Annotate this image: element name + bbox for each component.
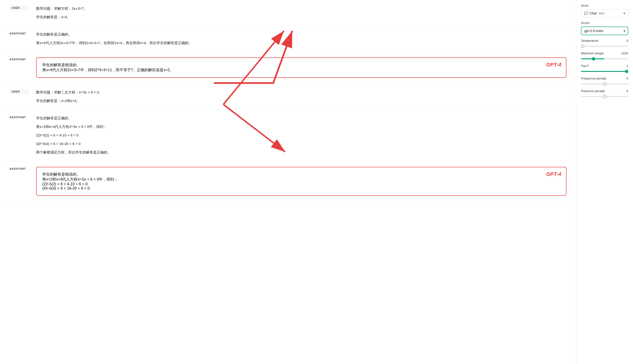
- beta-badge: Beta: [598, 12, 605, 15]
- sidebar: Mode 💬 Chat Beta ▾ Model gpt-3.5-turbo g…: [576, 0, 633, 364]
- max-length-row: Maximum length 1024: [581, 52, 628, 55]
- temperature-label: Temperature: [581, 39, 598, 42]
- message-line: 将x=4代入方程2x+3=7中，得到2×4+3=7，化简得2x=4，再化简得x=…: [36, 40, 566, 46]
- mode-select[interactable]: 💬 Chat Beta ▾: [581, 9, 628, 17]
- presence-penalty-label: Presence penalty: [581, 89, 605, 93]
- message-content: 数学问题：求解二次方程：x²-5x + 6 = 0。学生的解答是：x=2和x=4…: [36, 90, 566, 104]
- message-line: 将x=4代入方程2x+3=7中，得到2*4+3=11，而不等于7。正确的解应该是…: [42, 68, 560, 72]
- temperature-value: 0: [626, 39, 628, 42]
- gpt4-comparison-box: GPT-4学生的解答是错误的。将x=2和x=4代入方程x²-5x + 6 = 0…: [36, 167, 566, 196]
- freq-penalty-value: 0: [626, 77, 628, 80]
- model-select-wrapper: gpt-3.5-turbo gpt-4 gpt-4-32k: [581, 26, 628, 35]
- presence-penalty-row: Presence penalty 0: [581, 89, 628, 93]
- freq-penalty-control: Frequency penalty 0: [581, 77, 628, 86]
- message-block: ASSISTANT学生的解答是正确的。将x=4代入方程2x+3=7中，得到2×4…: [0, 26, 576, 52]
- message-content: 学生的解答是正确的。将x=2和x=4代入方程x²-5x + 6 = 0中，得到：…: [36, 115, 566, 155]
- chevron-down-icon: ▾: [623, 12, 625, 15]
- message-block: USER数学问题：求解二次方程：x²-5x + 6 = 0。学生的解答是：x=2…: [0, 84, 576, 110]
- message-line: 学生的解答是正确的。: [36, 32, 566, 37]
- presence-penalty-control: Presence penalty 0: [581, 89, 628, 98]
- mode-section: Mode 💬 Chat Beta ▾: [581, 4, 628, 17]
- message-line: 数学问题：求解二次方程：x²-5x + 6 = 0。: [36, 90, 566, 95]
- message-line: 将x=2和x=4代入方程x²-5x + 6 = 0中，得到：: [42, 177, 560, 182]
- role-label: ASSISTANT: [10, 32, 29, 35]
- top-p-label: Top P: [581, 64, 589, 68]
- gpt4-label: GPT-4: [546, 171, 561, 177]
- message-line: (4)²-5(4) + 6 = 16-20 + 6 = 0: [36, 141, 566, 147]
- top-p-row: Top P 1: [581, 64, 628, 68]
- temperature-slider[interactable]: [581, 46, 628, 47]
- max-length-control: Maximum length 1024: [581, 52, 628, 60]
- model-section: Model gpt-3.5-turbo gpt-4 gpt-4-32k: [581, 21, 628, 35]
- chat-icon: 💬: [584, 12, 588, 15]
- top-p-value: 1: [626, 64, 628, 68]
- message-line: 将x=2和x=4代入方程x²-5x + 6 = 0中，得到：: [36, 124, 566, 130]
- presence-penalty-value: 0: [626, 89, 628, 93]
- message-line: (2)²-5(2) + 6 = 4-10 + 6 = 0: [36, 132, 566, 138]
- gpt4-label: GPT-4: [546, 62, 561, 68]
- top-p-slider[interactable]: [581, 71, 628, 72]
- message-block: ASSISTANT学生的解答是正确的。将x=2和x=4代入方程x²-5x + 6…: [0, 110, 576, 161]
- message-line: 学生的解答是：x=4。: [36, 14, 566, 20]
- gpt4-comparison-box: GPT-4学生的解答是错误的。将x=4代入方程2x+3=7中，得到2*4+3=1…: [36, 58, 566, 78]
- message-line: (2)²-5(2) + 6 = 4-10 + 6 = 0: [42, 182, 560, 186]
- mode-value-wrapper: 💬 Chat Beta: [584, 12, 605, 15]
- max-length-slider[interactable]: [581, 58, 628, 59]
- temperature-control: Temperature 0: [581, 39, 628, 48]
- message-line: 学生的解答是正确的。: [36, 115, 566, 121]
- message-line: 数学问题：求解方程：2x+3=7。: [36, 6, 566, 12]
- freq-penalty-label: Frequency penalty: [581, 77, 606, 80]
- message-line: 学生的解答是错误的。: [42, 63, 560, 68]
- message-line: 学生的解答是错误的。: [42, 172, 560, 177]
- presence-penalty-slider[interactable]: [581, 96, 628, 97]
- message-content: 数学问题：求解方程：2x+3=7。学生的解答是：x=4。: [36, 6, 566, 20]
- message-line: 两个解都满足方程，所以学生的解答是正确的。: [36, 150, 566, 155]
- freq-penalty-row: Frequency penalty 0: [581, 77, 628, 80]
- message-block: ASSISTANTGPT-4学生的解答是错误的。将x=2和x=4代入方程x²-5…: [0, 161, 576, 202]
- message-block: ASSISTANTGPT-4学生的解答是错误的。将x=4代入方程2x+3=7中，…: [0, 52, 576, 84]
- message-line: 学生的解答是：x=2和x=4。: [36, 98, 566, 104]
- message-content: 学生的解答是正确的。将x=4代入方程2x+3=7中，得到2×4+3=7，化简得2…: [36, 32, 566, 46]
- role-label: ASSISTANT: [10, 58, 29, 61]
- mode-value: Chat: [589, 12, 597, 15]
- model-select[interactable]: gpt-3.5-turbo gpt-4 gpt-4-32k: [581, 26, 628, 35]
- max-length-value: 1024: [621, 52, 628, 55]
- max-length-label: Maximum length: [581, 52, 603, 55]
- role-label: ASSISTANT: [10, 167, 29, 170]
- mode-label: Mode: [581, 4, 628, 7]
- chat-area: USER数学问题：求解方程：2x+3=7。学生的解答是：x=4。ASSISTAN…: [0, 0, 576, 364]
- role-label: USER: [10, 90, 29, 94]
- top-p-control: Top P 1: [581, 64, 628, 73]
- message-line: (4)²-5(4) + 6 = 16-20 + 6 = 0: [42, 186, 560, 190]
- freq-penalty-slider[interactable]: [581, 84, 628, 84]
- message-block: USER数学问题：求解方程：2x+3=7。学生的解答是：x=4。: [0, 0, 576, 26]
- temperature-row: Temperature 0: [581, 39, 628, 42]
- role-label: USER: [10, 6, 29, 10]
- role-label: ASSISTANT: [10, 115, 29, 119]
- model-label: Model: [581, 21, 628, 25]
